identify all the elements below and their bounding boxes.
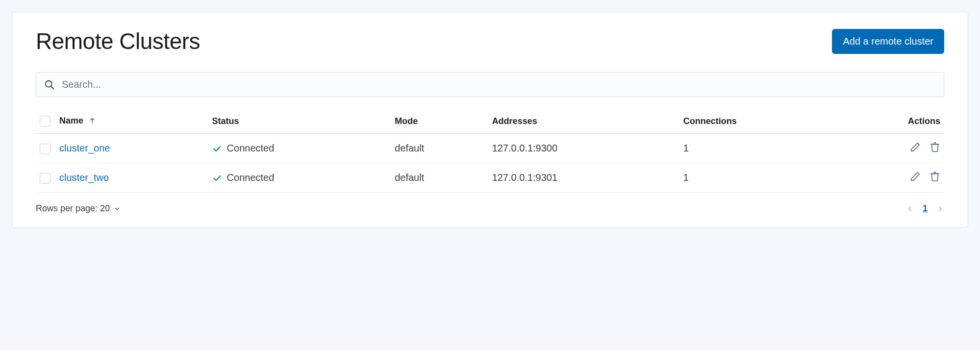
select-all-checkbox[interactable]	[40, 116, 50, 126]
rows-per-page-label: Rows per page: 20	[36, 203, 110, 214]
column-header-mode[interactable]: Mode	[391, 111, 488, 134]
mode-cell: default	[391, 163, 488, 193]
status-text: Connected	[227, 172, 275, 183]
clusters-table: Name Status Mode Addresses Connections A…	[36, 111, 944, 193]
table-row: cluster_two Connected default 127.0.0.1:…	[36, 163, 944, 193]
search-bar[interactable]	[36, 72, 944, 97]
chevron-left-icon	[906, 205, 914, 213]
edit-icon[interactable]	[910, 142, 921, 152]
next-page-button[interactable]	[936, 205, 944, 213]
column-header-actions: Actions	[839, 111, 944, 134]
search-icon	[44, 79, 55, 90]
row-checkbox[interactable]	[40, 173, 50, 184]
column-header-addresses[interactable]: Addresses	[488, 111, 679, 134]
delete-icon[interactable]	[930, 171, 940, 182]
search-input[interactable]	[61, 78, 936, 91]
edit-icon[interactable]	[910, 171, 921, 182]
row-checkbox[interactable]	[40, 144, 50, 154]
check-icon	[212, 144, 222, 153]
current-page[interactable]: 1	[923, 203, 928, 214]
addresses-cell: 127.0.0.1:9301	[488, 163, 679, 193]
mode-cell: default	[391, 134, 488, 163]
delete-icon[interactable]	[930, 142, 940, 152]
column-header-connections[interactable]: Connections	[679, 111, 839, 134]
chevron-right-icon	[936, 205, 944, 213]
status-text: Connected	[227, 143, 275, 154]
addresses-cell: 127.0.0.1:9300	[488, 134, 679, 163]
table-row: cluster_one Connected default 127.0.0.1:…	[36, 134, 944, 163]
rows-per-page-select[interactable]: Rows per page: 20	[36, 203, 121, 214]
svg-line-1	[51, 86, 54, 89]
header: Remote Clusters Add a remote cluster	[36, 28, 944, 54]
column-header-name[interactable]: Name	[55, 111, 208, 134]
table-footer: Rows per page: 20 1	[36, 193, 944, 214]
cluster-name-link[interactable]: cluster_two	[59, 172, 109, 183]
page-title: Remote Clusters	[36, 28, 200, 54]
check-icon	[212, 173, 222, 183]
sort-asc-icon	[89, 116, 96, 126]
connections-cell: 1	[679, 134, 839, 163]
chevron-down-icon	[114, 205, 121, 212]
cluster-name-link[interactable]: cluster_one	[59, 143, 110, 153]
column-name-label: Name	[59, 116, 83, 125]
add-remote-cluster-button[interactable]: Add a remote cluster	[832, 29, 944, 54]
column-header-status[interactable]: Status	[208, 111, 391, 134]
pagination: 1	[906, 203, 944, 214]
prev-page-button[interactable]	[906, 205, 914, 213]
remote-clusters-panel: Remote Clusters Add a remote cluster Nam…	[12, 12, 968, 228]
connections-cell: 1	[679, 163, 839, 193]
